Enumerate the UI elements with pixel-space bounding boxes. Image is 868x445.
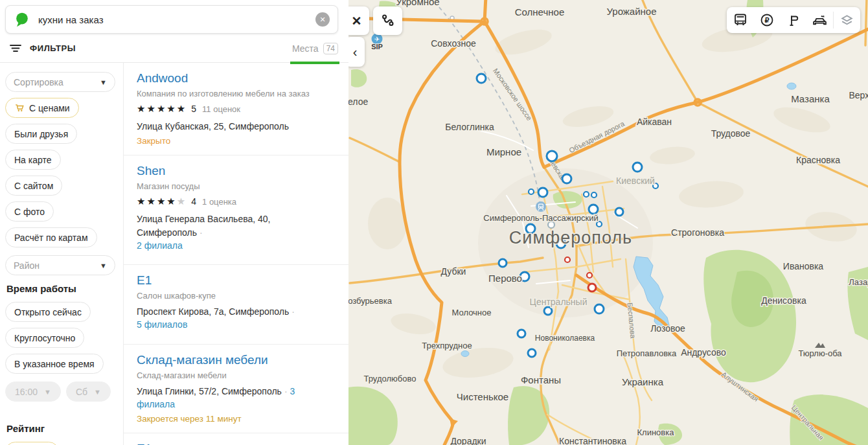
transport-button[interactable] — [727, 7, 753, 33]
layers-icon — [839, 12, 855, 29]
branches-link[interactable]: 5 филиалов — [137, 319, 187, 330]
search-bar[interactable]: ✕ — [5, 5, 338, 34]
train-station-icon[interactable] — [536, 201, 546, 212]
map-label: Урожайное — [606, 6, 656, 17]
map-label: Лозовое — [650, 323, 685, 334]
paid-parking-button[interactable]: ₽ — [753, 7, 780, 33]
map-label: Украинка — [622, 376, 664, 387]
search-panel: ✕ ФИЛЬТРЫ Места 74 Сортировка ▼ — [0, 0, 348, 445]
app-logo-icon[interactable] — [14, 11, 30, 28]
filter-chip-friends[interactable]: Были друзья — [5, 124, 77, 144]
result-rating: ★★★★★ 5 11 оценок — [137, 103, 336, 115]
result-title[interactable]: E1 — [137, 273, 336, 288]
map-label: Айкаван — [637, 117, 672, 127]
result-item[interactable]: E1 Салон шкафов-купе Проспект Кирова, 7а… — [124, 265, 348, 345]
chevron-down-icon: ▼ — [94, 388, 101, 396]
filter-chip-with-site[interactable]: С сайтом — [5, 176, 62, 196]
map-label: Розбурьевка — [348, 296, 393, 306]
result-status: Закрыто — [137, 136, 336, 146]
map-marker[interactable] — [529, 189, 534, 194]
map-marker[interactable] — [584, 192, 589, 197]
result-rating: ★★★★★ 4 1 оценка — [137, 196, 336, 207]
map-label: Строгоновка — [671, 227, 724, 238]
map-label: Денисовка — [761, 295, 806, 306]
map-label: Симферополь — [509, 228, 632, 247]
district-dropdown[interactable]: Район ▼ — [5, 255, 115, 275]
result-item[interactable]: E1 Салон шкафов-купе Улица Глинки, 64, С… — [124, 433, 348, 445]
filter-chip-with-photo[interactable]: С фото — [5, 201, 54, 222]
map-label: Совхозное — [431, 38, 476, 49]
route-button[interactable] — [373, 6, 402, 35]
map-marker[interactable] — [633, 163, 642, 172]
map-label: Андрусово — [681, 347, 726, 358]
rating-chip-49[interactable]: ★от 4,9 — [5, 442, 59, 445]
time-dropdown[interactable]: 16:00 ▼ — [5, 382, 61, 402]
road-sign-button[interactable] — [780, 7, 806, 33]
map-marker[interactable] — [544, 307, 552, 315]
search-input[interactable] — [38, 14, 315, 25]
work-time-title: Время работы — [6, 283, 118, 294]
result-item[interactable]: Shen Магазин посуды ★★★★★ 4 1 оценка Ули… — [124, 155, 348, 265]
map-marker[interactable] — [615, 208, 623, 216]
filters-bar: ФИЛЬТРЫ Места 74 — [0, 34, 348, 63]
filter-sidebar: Сортировка ▼ С ценами Были друзья На кар… — [0, 63, 123, 445]
map-marker[interactable] — [547, 151, 557, 161]
result-status: Закроется через 11 минут — [137, 414, 336, 424]
filter-chip-24h[interactable]: Круглосуточно — [5, 328, 84, 348]
map-canvas[interactable]: Московское шоссеКиевскаяОбъездная дорога… — [348, 0, 868, 445]
map-label: Симферополь-Пассажирский — [483, 213, 598, 223]
map-label: Тюрлю-оба — [798, 348, 842, 358]
result-address: Улица Генерала Васильева, 40, Симферопол… — [137, 212, 336, 252]
result-title[interactable]: E1 — [137, 442, 336, 445]
map-marker[interactable] — [562, 174, 571, 183]
clear-icon: ✕ — [319, 16, 325, 24]
map-marker-red[interactable] — [587, 273, 592, 278]
map-label: Трудовое — [711, 128, 751, 139]
map-marker-red[interactable] — [588, 284, 596, 291]
map-label: Клиновка — [637, 428, 675, 437]
map-marker[interactable] — [499, 259, 507, 267]
filter-chip-open-now[interactable]: Открыто сейчас — [5, 302, 91, 322]
map-label: Фонтаны — [521, 374, 561, 385]
map-label: Укромное — [396, 0, 439, 7]
map-label: Красновка — [796, 155, 840, 165]
map-marker[interactable] — [518, 330, 525, 337]
map-label: Центральный — [530, 297, 588, 307]
map-marker[interactable] — [591, 192, 597, 198]
map-label: Молочное — [451, 308, 491, 317]
result-category: Салон шкафов-купе — [137, 291, 336, 301]
sort-dropdown[interactable]: Сортировка ▼ — [5, 72, 115, 92]
car-premium-button[interactable] — [806, 7, 833, 33]
filter-chip-at-time[interactable]: В указанное время — [5, 354, 104, 374]
map-marker[interactable] — [589, 205, 598, 214]
map-label: Константиновка — [559, 436, 626, 445]
filter-icon — [9, 41, 22, 54]
branches-link[interactable]: 2 филиала — [137, 240, 183, 251]
map-marker[interactable] — [595, 304, 604, 314]
result-category: Компания по изготовлению мебели на заказ — [137, 89, 336, 98]
map-layers-button[interactable] — [834, 7, 860, 33]
map-label: Новониколаевка — [535, 334, 595, 343]
result-item[interactable]: Склад-магазин мебели Склад-магазин мебел… — [124, 345, 348, 434]
map-label: Перово — [488, 273, 522, 284]
map-label: Петропавловка — [617, 348, 677, 358]
clear-search-button[interactable]: ✕ — [315, 12, 330, 27]
filter-chip-card-payment[interactable]: Расчёт по картам — [5, 227, 97, 247]
day-dropdown[interactable]: Сб ▼ — [66, 382, 111, 402]
map-marker-red[interactable] — [565, 257, 570, 262]
tab-places[interactable]: Места 74 — [292, 34, 338, 63]
filters-title: ФИЛЬТРЫ — [30, 43, 76, 53]
map-marker[interactable] — [528, 349, 536, 357]
result-item[interactable]: Andwood Компания по изготовлению мебели … — [124, 63, 348, 155]
map-marker[interactable] — [477, 74, 486, 83]
filter-chip-with-prices[interactable]: С ценами — [5, 98, 79, 118]
result-title[interactable]: Andwood — [137, 71, 336, 86]
filter-chip-on-map[interactable]: На карте — [5, 150, 61, 170]
map-toolbar: ₽ — [727, 7, 860, 33]
cart-icon — [14, 102, 25, 113]
map-marker[interactable] — [538, 188, 547, 197]
map-label: Дубки — [441, 266, 466, 277]
result-title[interactable]: Склад-магазин мебели — [137, 353, 336, 367]
result-title[interactable]: Shen — [137, 164, 336, 178]
map-label: Чистенькое — [457, 391, 508, 402]
